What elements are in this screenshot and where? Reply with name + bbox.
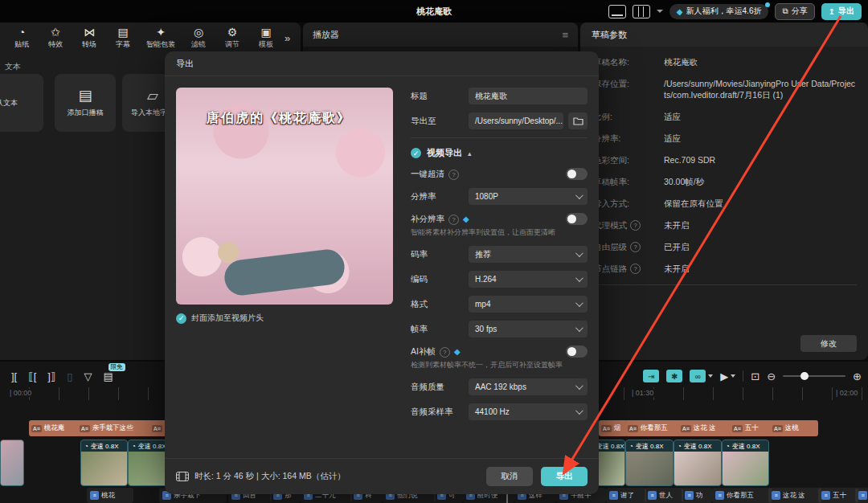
speed-badge: ◔变速 0.8X: [626, 440, 673, 452]
toggle-补分辨率[interactable]: [566, 213, 588, 225]
layout-caption-icon[interactable]: [608, 5, 626, 18]
collapse-icon[interactable]: ▴: [468, 149, 472, 157]
select-分辨率[interactable]: 1080P: [469, 188, 588, 205]
text-clip-label: 这桃: [785, 423, 799, 433]
subtitle-clip[interactable]: ≡这花 这: [768, 488, 821, 503]
info-icon: ?: [630, 220, 641, 231]
timeline-zoom-slider[interactable]: [783, 375, 845, 377]
subtitle-clip[interactable]: ≡你看那五: [712, 488, 772, 503]
card-label: 添加口播稿: [68, 108, 104, 118]
toolbar-divider: [743, 370, 743, 382]
subtitle-clip[interactable]: ≡五十: [818, 488, 858, 503]
video-clip[interactable]: ◔变速 0.8X: [674, 440, 722, 486]
toggle-一键超清[interactable]: [566, 168, 588, 180]
tool-auto-cut[interactable]: ✱: [666, 370, 682, 382]
toolbar-item-captions[interactable]: ▤字幕: [106, 26, 140, 50]
form-row: 编码H.264: [411, 271, 588, 288]
subtitle-clip[interactable]: ≡谢了: [606, 488, 646, 503]
cover-thumbnail[interactable]: 唐伯虎的《桃花庵歌》: [176, 88, 393, 305]
subtitle-clip[interactable]: ≡这: [855, 488, 868, 503]
select-码率[interactable]: 推荐: [469, 246, 588, 263]
add-script-icon: ▤: [78, 88, 92, 103]
chevron-down-icon: [575, 249, 583, 257]
toolbar-more-button[interactable]: »: [285, 32, 290, 44]
select-帧率[interactable]: 30 fps: [469, 321, 588, 337]
draft-param-row: 比例:适应: [593, 111, 857, 122]
video-clip[interactable]: ◔变速 0.8X: [722, 440, 769, 486]
select-音频采样率[interactable]: 44100 Hz: [469, 403, 588, 420]
tool-smart-caption[interactable]: ▤限免: [104, 370, 113, 382]
tool-zoom-in[interactable]: ⊕: [853, 370, 862, 382]
toggle-label: AI补帧?◆: [411, 346, 461, 358]
input-标题[interactable]: 桃花庵歌: [469, 88, 588, 104]
toolbar-item-filters[interactable]: ◎滤镜: [182, 26, 215, 50]
tool-mask[interactable]: ▽: [84, 370, 92, 382]
slider-knob[interactable]: [800, 372, 809, 380]
card-add-script[interactable]: ▤添加口播稿: [55, 74, 116, 132]
text-clip[interactable]: A≡烟: [599, 420, 628, 436]
layout-dropdown-caret-icon[interactable]: [657, 10, 663, 13]
folder-button[interactable]: [568, 112, 588, 129]
text-clip-icon: A≡: [772, 425, 783, 432]
share-button[interactable]: ⧉ 分享: [775, 3, 814, 20]
video-clip[interactable]: [0, 440, 24, 486]
toggle-AI补帧[interactable]: [566, 346, 588, 358]
cover-checkbox[interactable]: ✓: [176, 313, 186, 324]
tool-select-tool[interactable]: ▶: [720, 370, 735, 382]
text-clip[interactable]: A≡桃花庵: [29, 420, 80, 436]
tool-zoom-out[interactable]: ⊖: [767, 370, 776, 382]
toolbar-item-stickers[interactable]: ◔贴纸: [5, 26, 39, 50]
draft-params-title: 草稿参数: [580, 22, 868, 47]
text-clip-icon: A≡: [80, 425, 90, 432]
info-icon: ?: [440, 347, 450, 358]
select-编码[interactable]: H.264: [469, 271, 588, 288]
subtitle-clip-label: 五十: [833, 491, 846, 501]
toolbar-item-transitions[interactable]: ⋈转场: [72, 26, 106, 50]
tool-link[interactable]: ∞: [690, 370, 713, 382]
form-row: 帧率30 fps: [411, 321, 588, 337]
export-icon: ↥: [829, 7, 835, 16]
toolbar-item-templates[interactable]: ▣模板: [249, 26, 283, 50]
tool-trim-left[interactable]: ⟦[: [28, 370, 36, 382]
tool-magnet[interactable]: ⇥: [643, 370, 659, 382]
toolbar-item-adjust[interactable]: ⚙调节: [215, 26, 249, 50]
text-clip[interactable]: A≡你看那五: [625, 420, 682, 436]
tool-preview-axis[interactable]: ⊡: [751, 370, 760, 382]
link-icon: ∞: [690, 370, 706, 382]
draft-param-value: Rec.709 SDR: [664, 154, 857, 166]
text-clip[interactable]: A≡这花 这: [678, 420, 733, 436]
subtitle-clip[interactable]: ≡功: [682, 488, 712, 503]
tool-trim-right[interactable]: ]⟧: [47, 370, 55, 382]
select-value: AAC 192 kbps: [475, 382, 526, 391]
select-格式[interactable]: mp4: [469, 296, 588, 313]
select-value: 30 fps: [475, 325, 497, 333]
video-clip[interactable]: ◔变速 0.8X: [625, 440, 674, 486]
field-label: 分辨率: [411, 191, 469, 202]
text-clip[interactable]: A≡亲手栽下这些: [77, 420, 153, 436]
export-button-dialog[interactable]: 导出: [541, 467, 588, 486]
export-path-input[interactable]: /Users/sunny/Desktop/...: [469, 112, 563, 129]
layout-columns-icon[interactable]: [633, 5, 650, 18]
tool-split[interactable]: ][: [11, 370, 17, 382]
lyrics-icon: ≡: [648, 491, 657, 500]
card-default-text[interactable]: 默认文本: [0, 74, 43, 132]
text-clip[interactable]: A≡五十: [730, 420, 773, 436]
draft-param-label: 保存位置:: [593, 78, 664, 100]
subtitle-clip[interactable]: ≡世人: [645, 488, 683, 503]
video-export-checkbox[interactable]: ✓: [411, 148, 421, 158]
cancel-button[interactable]: 取消: [486, 467, 533, 486]
import-subtitles-icon: ▱: [147, 88, 158, 103]
tool-delete[interactable]: ▯: [67, 370, 72, 382]
subtitle-clip[interactable]: ≡桃花: [87, 488, 133, 503]
toolbar-item-effects[interactable]: ✩特效: [39, 26, 72, 50]
toolbar-item-smart-pack[interactable]: ✦智能包装: [140, 26, 182, 50]
player-menu-icon[interactable]: ≡: [562, 29, 568, 41]
promo-badge[interactable]: ◆ 新人福利，幸运4.6折: [669, 4, 769, 19]
modify-button[interactable]: 修改: [800, 335, 857, 352]
video-clip[interactable]: ◔变速 0.8X: [80, 440, 128, 486]
diamond-icon: ◆: [677, 7, 683, 16]
select-音频质量[interactable]: AAC 192 kbps: [469, 378, 588, 395]
export-button-top[interactable]: ↥ 导出: [821, 3, 862, 20]
chevron-down-icon: [575, 299, 583, 307]
text-clip[interactable]: A≡这桃: [770, 420, 818, 436]
